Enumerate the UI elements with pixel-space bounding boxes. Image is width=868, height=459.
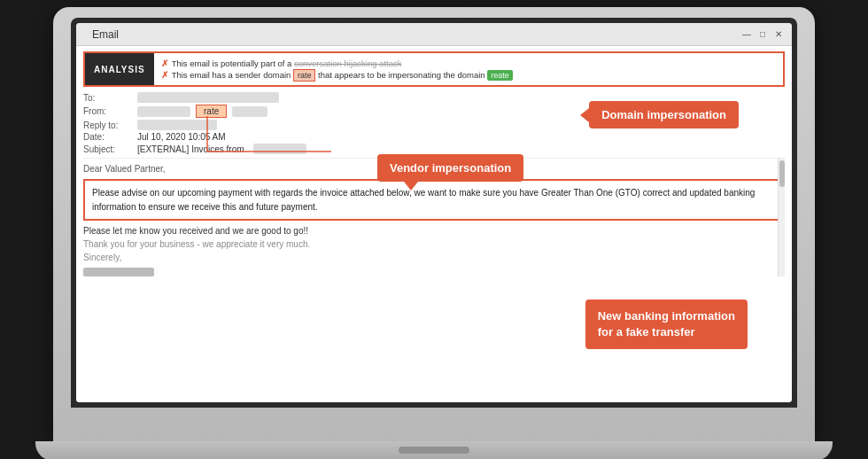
- signature-bar: [83, 268, 154, 276]
- closing2: Sincerely,: [83, 253, 785, 262]
- scrollbar[interactable]: [778, 159, 785, 276]
- domain-impersonation-label: Domain impersonation: [601, 108, 726, 121]
- to-label: To:: [83, 93, 132, 103]
- vendor-impersonation-callout: Vendor impersonation: [377, 154, 523, 182]
- paragraph2: Please let me know you received and we a…: [83, 226, 785, 236]
- window-title: Email: [92, 28, 119, 41]
- analysis-line-2: ✗ This email has a sender domain rate th…: [161, 70, 776, 80]
- analysis-text-2: This email has a sender domain rate that…: [172, 70, 513, 80]
- analysis-text-1: This email is potentially part of a conv…: [172, 58, 402, 68]
- closing1: Thank you for your business - we appreci…: [83, 239, 785, 249]
- minimize-button[interactable]: —: [740, 28, 753, 41]
- date-label: Date:: [83, 132, 132, 142]
- screen-bezel: Email — □ ✕ ANALYSIS: [71, 18, 797, 408]
- vendor-impersonation-label: Vendor impersonation: [390, 161, 511, 175]
- laptop-screen-area: Email — □ ✕ ANALYSIS: [53, 7, 815, 441]
- laptop-base: [35, 441, 833, 459]
- paragraph-text: Please advise on our upcoming payment wi…: [92, 188, 755, 212]
- to-value-bar: [137, 92, 279, 103]
- screen: Email — □ ✕ ANALYSIS: [76, 23, 792, 402]
- analysis-content: ✗ This email is potentially part of a co…: [154, 53, 783, 85]
- subject-label: Subject:: [83, 144, 132, 154]
- domain-impersonation-callout: Domain impersonation: [589, 101, 739, 128]
- reply-label: Reply to:: [83, 121, 132, 130]
- banking-callout: New banking information for a fake trans…: [585, 300, 748, 349]
- window-chrome: Email — □ ✕: [76, 23, 792, 46]
- maximize-button[interactable]: □: [756, 28, 769, 41]
- from-label: From:: [83, 106, 132, 116]
- screen-content: Email — □ ✕ ANALYSIS: [76, 23, 792, 402]
- analysis-label: ANALYSIS: [85, 53, 154, 85]
- laptop-wrapper: Email — □ ✕ ANALYSIS: [35, 7, 833, 459]
- connector-svg: [154, 112, 331, 165]
- green-domain: reate: [487, 70, 513, 81]
- window-controls: — □ ✕: [740, 28, 785, 41]
- x-mark-1: ✗: [161, 58, 168, 68]
- analysis-section: ANALYSIS ✗ This email is potentially par…: [83, 51, 785, 87]
- analysis-line-1: ✗ This email is potentially part of a co…: [161, 58, 776, 68]
- close-button[interactable]: ✕: [772, 28, 785, 41]
- highlight-paragraph: Please advise on our upcoming payment wi…: [83, 179, 785, 221]
- banking-line1: New banking information: [598, 309, 735, 323]
- banking-line2: for a fake transfer: [598, 325, 695, 338]
- x-mark-2: ✗: [161, 70, 168, 80]
- scrollbar-thumb[interactable]: [779, 160, 785, 187]
